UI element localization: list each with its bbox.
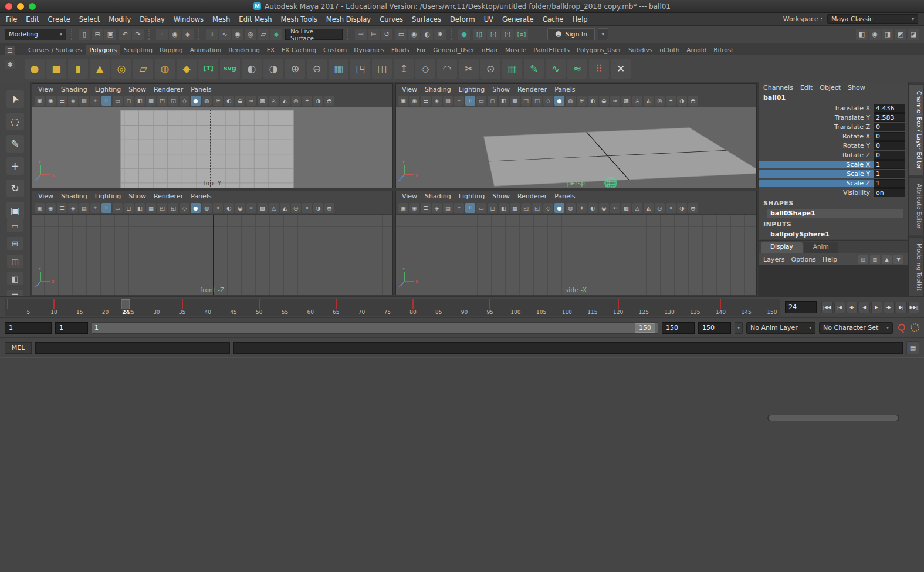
layer-menu-layers[interactable]: Layers [763, 256, 784, 263]
isolate-select-icon[interactable]: ◎ [291, 96, 301, 106]
command-language-button[interactable]: MEL [5, 342, 32, 354]
multisample-icon[interactable]: ▩ [621, 203, 631, 213]
wireframe-icon[interactable]: ◇ [543, 96, 553, 106]
animation-start-field[interactable]: 1 [5, 322, 52, 334]
safe-title-icon[interactable]: ◱ [168, 203, 178, 213]
screen-space-ao-icon[interactable]: ◒ [235, 96, 245, 106]
use-all-lights-icon[interactable]: ☀ [213, 203, 223, 213]
menu-windows[interactable]: Windows [174, 15, 204, 23]
image-plane-icon[interactable]: ▤ [79, 203, 89, 213]
shelf-menu-icon[interactable]: ☰ [5, 46, 15, 55]
shelf-tab-custom[interactable]: Custom [320, 45, 350, 55]
viewport-menu-renderer[interactable]: Renderer [154, 86, 183, 93]
shelf-tab-general-user[interactable]: General_User [429, 45, 478, 55]
viewport-menu-lighting[interactable]: Lighting [95, 192, 121, 200]
smooth-brush-icon[interactable]: ∿ [546, 59, 566, 79]
menu-edit[interactable]: Edit [26, 15, 39, 23]
safe-action-icon[interactable]: ◰ [521, 96, 531, 106]
shelf-tab-painteffects[interactable]: PaintEffects [530, 45, 573, 55]
layer-tab-display[interactable]: Display [761, 242, 803, 253]
viewport-menu-shading[interactable]: Shading [61, 86, 87, 93]
field-chart-icon[interactable]: ▦ [510, 96, 520, 106]
bevel-icon[interactable]: ◇ [415, 59, 435, 79]
playback-start-field[interactable]: 1 [55, 322, 88, 334]
animation-end-field[interactable]: 150 [698, 322, 731, 334]
input-connections-icon[interactable]: ⊣ [355, 29, 367, 40]
poly-sphere-icon[interactable]: ● [25, 59, 45, 79]
toolbar-divider[interactable] [451, 29, 453, 40]
layout-two-pane-icon[interactable]: ◫ [7, 255, 23, 268]
bridge-icon[interactable]: ◠ [437, 59, 457, 79]
safe-action-icon[interactable]: ◰ [157, 96, 167, 106]
select-object-mode-icon[interactable]: ◉ [169, 29, 181, 40]
shaded-display-icon[interactable]: ● [458, 29, 470, 40]
zoom-window-button[interactable] [29, 3, 36, 10]
safe-title-icon[interactable]: ◱ [532, 203, 542, 213]
camera-attributes-icon[interactable]: ☰ [421, 203, 431, 213]
input-node-name[interactable]: ballpolySphere1 [767, 230, 903, 239]
shelf-tab-fluids[interactable]: Fluids [388, 45, 413, 55]
toggle-tool-settings-icon[interactable]: ◩ [895, 29, 906, 40]
exposure-icon[interactable]: ◑ [677, 203, 687, 213]
new-layer-from-selected-icon[interactable]: ▥ [870, 255, 880, 264]
type-tool-icon[interactable]: [T] [198, 59, 218, 79]
shaded-icon[interactable]: ● [191, 96, 201, 106]
film-gate-icon[interactable]: ▭ [476, 203, 486, 213]
resolution-gate-icon[interactable]: ◻ [124, 203, 134, 213]
selection-constraint-dot-icon[interactable]: [·] [487, 29, 500, 40]
move-layer-down-icon[interactable]: ▼ [893, 255, 903, 264]
menu-file[interactable]: File [6, 15, 17, 23]
poly-cone-icon[interactable]: ▲ [90, 59, 110, 79]
step-forward-key-button[interactable]: •▶ [884, 302, 895, 313]
undo-icon[interactable]: ↶ [119, 29, 131, 40]
image-plane-icon[interactable]: ▤ [443, 203, 453, 213]
select-camera-icon[interactable]: ▣ [35, 203, 45, 213]
viewport-canvas-front[interactable]: Y X Z front -Z [32, 215, 392, 295]
script-editor-button[interactable]: ▤ [906, 341, 919, 354]
auto-keyframe-toggle[interactable] [896, 323, 907, 333]
channel-value-field[interactable]: 1 [874, 160, 905, 169]
command-input[interactable] [35, 342, 230, 354]
exposure-icon[interactable]: ◑ [313, 203, 323, 213]
channel-box-menu-show[interactable]: Show [848, 84, 865, 92]
shelf-options-icon[interactable]: ✱ [5, 60, 15, 69]
camera-attributes-icon[interactable]: ☰ [57, 203, 67, 213]
svg-tool-icon[interactable]: svg [220, 59, 240, 79]
layer-tab-anim[interactable]: Anim [804, 242, 838, 253]
viewport-persp[interactable]: ViewShadingLightingShowRendererPanels ▣◉… [395, 83, 757, 188]
bookmark-icon[interactable]: ◈ [68, 203, 78, 213]
channel-value-field[interactable]: 1 [874, 170, 905, 178]
step-forward-frame-button[interactable]: ▶| [896, 302, 907, 313]
use-all-lights-icon[interactable]: ☀ [213, 96, 223, 106]
time-slider[interactable]: 5101520253035404550556065707580859095100… [5, 299, 780, 316]
extract-icon[interactable]: ◳ [350, 59, 370, 79]
gate-mask-icon[interactable]: ◧ [135, 203, 145, 213]
film-gate-icon[interactable]: ▭ [476, 96, 486, 106]
live-surface-field[interactable]: No Live Surface [285, 29, 343, 40]
lasso-tool-icon[interactable]: ◌ [6, 113, 24, 130]
viewport-menu-renderer[interactable]: Renderer [154, 192, 183, 200]
channel-value-field[interactable]: 4.436 [874, 104, 905, 113]
rotate-tool-icon[interactable]: ↻ [6, 180, 24, 197]
screen-space-ao-icon[interactable]: ◒ [235, 203, 245, 213]
selection-constraint-colon-icon[interactable]: [:] [501, 29, 514, 40]
play-forwards-button[interactable]: ▶ [871, 302, 882, 313]
menu-create[interactable]: Create [48, 15, 70, 23]
poly-disc-icon[interactable]: ◍ [155, 59, 175, 79]
shelf-tab-dynamics[interactable]: Dynamics [350, 45, 388, 55]
toggle-attribute-editor-icon[interactable]: ◨ [882, 29, 893, 40]
resolution-gate-icon[interactable]: ◻ [124, 96, 134, 106]
shelf-tab-fur[interactable]: Fur [413, 45, 429, 55]
layer-menu-help[interactable]: Help [823, 256, 837, 263]
shaded-icon[interactable]: ● [554, 203, 564, 213]
viewport-canvas-side[interactable]: Y X Z side -X [396, 215, 756, 295]
motion-blur-icon[interactable]: ≈ [610, 96, 620, 106]
playback-end-field[interactable]: 150 [662, 322, 695, 334]
field-chart-icon[interactable]: ▦ [510, 203, 520, 213]
toolbar-divider[interactable] [71, 29, 74, 40]
viewport-menu-lighting[interactable]: Lighting [95, 86, 121, 93]
sign-in-menu-button[interactable]: ▾ [598, 28, 608, 40]
bookmark-icon[interactable]: ◈ [432, 96, 442, 106]
viewport-menu-lighting[interactable]: Lighting [459, 192, 485, 200]
mirror-icon[interactable]: ◫ [372, 59, 392, 79]
